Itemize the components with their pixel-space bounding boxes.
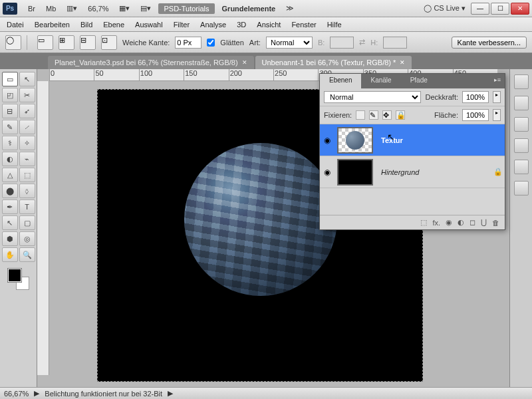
minibridge-button[interactable]: Mb — [43, 3, 59, 14]
tool-2[interactable]: ◰ — [2, 88, 18, 102]
fill-input[interactable] — [462, 109, 489, 121]
tool-19[interactable]: ▢ — [19, 215, 35, 230]
layer-textur[interactable]: ◉ Textur — [320, 124, 505, 156]
status-zoom[interactable]: 66,67% — [4, 390, 29, 398]
link-layers-icon[interactable]: ⬚ — [420, 218, 427, 227]
layer-fx-icon[interactable]: fx. — [432, 219, 440, 227]
panel-menu-icon[interactable]: ▸≡ — [490, 74, 505, 88]
arrange-icon[interactable]: ▤▾ — [138, 3, 154, 14]
status-info-icon[interactable]: ▶ — [34, 389, 39, 398]
menu-filter[interactable]: Filter — [174, 21, 190, 29]
opacity-flyout-icon[interactable]: ▸ — [493, 91, 501, 103]
menu-auswahl[interactable]: Auswahl — [135, 21, 163, 29]
menu-3d[interactable]: 3D — [237, 21, 246, 29]
tool-18[interactable]: ↖ — [2, 215, 18, 230]
adjustments-panel-icon[interactable] — [514, 117, 529, 132]
layer-group-icon[interactable]: ◻ — [469, 218, 475, 227]
close-button[interactable]: ✕ — [511, 3, 529, 15]
subtract-selection-icon[interactable]: ⊟ — [80, 35, 96, 50]
opacity-input[interactable] — [462, 91, 489, 103]
bridge-button[interactable]: Br — [25, 3, 38, 14]
style-select[interactable]: Normal — [266, 37, 313, 49]
screen-mode-icon[interactable]: ▥▾ — [64, 3, 80, 14]
menu-analyse[interactable]: Analyse — [200, 21, 226, 29]
color-swatches[interactable] — [8, 269, 29, 290]
tool-20[interactable]: ⬢ — [2, 231, 18, 246]
visibility-toggle-icon[interactable]: ◉ — [320, 136, 334, 145]
delete-layer-icon[interactable]: 🗑 — [492, 219, 499, 227]
history-panel-icon[interactable] — [514, 160, 529, 174]
lock-all-icon[interactable]: 🔒 — [396, 110, 405, 120]
tool-5[interactable]: ➶ — [19, 104, 35, 118]
tab-ebenen[interactable]: Ebenen — [320, 74, 361, 88]
menu-fenster[interactable]: Fenster — [291, 21, 316, 29]
workspace-psdtutorials[interactable]: PSD-Tutorials — [158, 3, 214, 14]
tool-9[interactable]: ✧ — [19, 136, 35, 150]
lock-transparency-icon[interactable] — [356, 110, 365, 120]
tool-17[interactable]: T — [19, 200, 35, 214]
tool-16[interactable]: ✒ — [2, 200, 18, 214]
blend-mode-select[interactable]: Normal — [324, 91, 421, 103]
tool-21[interactable]: ◎ — [19, 231, 35, 246]
tab-pfade[interactable]: Pfade — [401, 74, 437, 88]
tool-22[interactable]: ✋ — [2, 247, 18, 262]
swatches-panel-icon[interactable] — [514, 96, 529, 110]
view-icon[interactable]: ▦▾ — [116, 3, 132, 14]
menu-ansicht[interactable]: Ansicht — [257, 21, 281, 29]
tool-4[interactable]: ⊟ — [2, 104, 18, 118]
tool-14[interactable]: ⬤ — [2, 184, 18, 198]
tool-15[interactable]: ⎀ — [19, 184, 35, 198]
fill-flyout-icon[interactable]: ▸ — [493, 109, 501, 121]
tool-11[interactable]: ⌁ — [19, 152, 35, 166]
workspace-grundelemente[interactable]: Grundelemente — [219, 3, 279, 14]
visibility-toggle-icon[interactable]: ◉ — [320, 168, 334, 177]
tool-6[interactable]: ✎ — [2, 120, 18, 134]
color-panel-icon[interactable] — [514, 74, 529, 89]
close-tab-icon[interactable]: ✕ — [400, 59, 405, 66]
layer-thumbnail[interactable] — [337, 127, 373, 154]
menu-datei[interactable]: Datei — [7, 21, 24, 29]
foreground-color-swatch[interactable] — [8, 269, 21, 282]
layer-name[interactable]: Hintergrund — [376, 168, 491, 176]
layer-thumbnail[interactable] — [337, 159, 373, 186]
add-selection-icon[interactable]: ⊞ — [59, 35, 74, 50]
new-layer-icon[interactable]: ⋃ — [481, 218, 487, 227]
new-selection-icon[interactable]: ▭ — [37, 35, 53, 50]
layer-mask-icon[interactable]: ◉ — [446, 218, 452, 227]
maximize-button[interactable]: ☐ — [491, 3, 509, 15]
intersect-selection-icon[interactable]: ⊡ — [101, 35, 117, 50]
status-flyout-icon[interactable]: ▶ — [168, 389, 173, 398]
workspace-more-icon[interactable]: ≫ — [283, 3, 297, 14]
close-tab-icon[interactable]: ✕ — [242, 59, 247, 66]
menu-bild[interactable]: Bild — [80, 21, 92, 29]
tool-8[interactable]: ⚕ — [2, 136, 18, 150]
feather-input[interactable] — [175, 37, 201, 49]
tool-1[interactable]: ↖ — [19, 72, 35, 86]
menu-ebene[interactable]: Ebene — [103, 21, 124, 29]
tool-10[interactable]: ◐ — [2, 152, 18, 166]
tool-3[interactable]: ✂ — [19, 88, 35, 102]
tool-7[interactable]: ⟋ — [19, 120, 35, 134]
tool-0[interactable]: ▭ — [2, 72, 18, 86]
layers-panel-icon[interactable] — [514, 181, 529, 196]
lock-position-icon[interactable]: ✥ — [382, 110, 392, 120]
tool-preset-icon[interactable]: ◯ — [5, 35, 21, 50]
lock-pixels-icon[interactable]: ✎ — [369, 110, 378, 120]
menu-hilfe[interactable]: Hilfe — [327, 21, 342, 29]
zoom-level[interactable]: 66,7% — [85, 3, 111, 14]
refine-edge-button[interactable]: Kante verbessern... — [452, 37, 527, 49]
adjustment-layer-icon[interactable]: ◐ — [458, 218, 464, 227]
antialias-checkbox[interactable] — [207, 39, 215, 47]
minimize-button[interactable]: — — [471, 3, 489, 15]
layer-name[interactable]: Textur — [376, 136, 505, 144]
layer-hintergrund[interactable]: ◉ Hintergrund 🔒 — [320, 156, 505, 188]
cslive-button[interactable]: ◯ CS Live ▾ — [421, 3, 468, 14]
menu-bearbeiten[interactable]: Bearbeiten — [35, 21, 70, 29]
vertical-ruler[interactable] — [37, 81, 49, 375]
tool-23[interactable]: 🔍 — [19, 247, 35, 262]
styles-panel-icon[interactable] — [514, 138, 529, 153]
tool-13[interactable]: ⬚ — [19, 168, 35, 182]
document-tab-2[interactable]: Unbenannt-1 bei 66,7% (Textur, RGB/8) *✕ — [255, 56, 412, 69]
tab-kanaele[interactable]: Kanäle — [361, 74, 400, 88]
document-tab-1[interactable]: Planet_Variante3.psd bei 66,7% (Sternens… — [48, 56, 254, 69]
